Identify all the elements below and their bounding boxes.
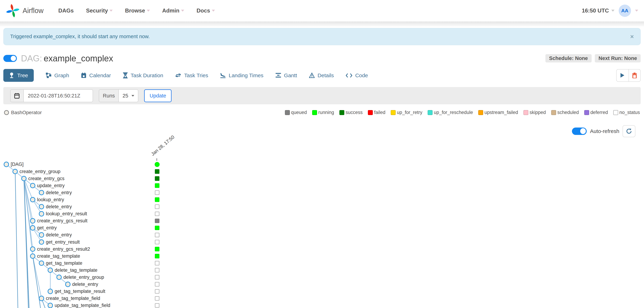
task-node-update_entry[interactable]	[30, 183, 35, 188]
nav-item-security[interactable]: Security	[86, 8, 113, 14]
task-status-running[interactable]	[155, 162, 160, 167]
task-node-get_tag_template[interactable]	[39, 260, 44, 266]
task-node-create_tag_template[interactable]	[30, 253, 35, 259]
nav-item-admin[interactable]: Admin	[162, 8, 184, 14]
legend-status-queued[interactable]: queued	[285, 110, 307, 115]
task-node-delete_tag_template[interactable]	[48, 267, 53, 273]
task-node-lookup_entry_result[interactable]	[39, 211, 44, 216]
nav-item-dags[interactable]: DAGs	[58, 8, 74, 14]
task-node-get_entry_result[interactable]	[39, 239, 44, 245]
legend-status-up_for_reschedule[interactable]: up_for_reschedule	[428, 110, 473, 115]
legend-status-running[interactable]: running	[312, 110, 334, 115]
task-label[interactable]: get_entry_result	[46, 239, 80, 245]
task-node-create_entry_group[interactable]	[12, 169, 18, 174]
task-node-delete_entry_group[interactable]	[56, 274, 62, 280]
legend-status-scheduled[interactable]: scheduled	[551, 110, 579, 115]
task-node-create_entry_gcs_result[interactable]	[30, 218, 35, 223]
tab-code[interactable]: Code	[346, 73, 368, 79]
dag-pause-toggle[interactable]	[3, 55, 17, 62]
task-node-dag[interactable]	[4, 162, 9, 167]
task-label[interactable]: delete_entry_group	[64, 274, 104, 280]
task-node-get_entry[interactable]	[30, 225, 35, 230]
legend-status-up_for_retry[interactable]: up_for_retry	[391, 110, 422, 115]
task-status-running[interactable]	[155, 247, 160, 251]
task-node-delete_entry[interactable]	[39, 204, 44, 209]
task-label[interactable]: create_tag_template	[37, 253, 80, 259]
task-status-no_status[interactable]	[155, 190, 160, 195]
task-node-delete_entry[interactable]	[39, 190, 44, 195]
task-label[interactable]: lookup_entry_result	[46, 211, 87, 216]
task-label[interactable]: get_tag_template_result	[55, 289, 105, 294]
tab-gantt[interactable]: Gantt	[276, 73, 297, 79]
auto-refresh-toggle[interactable]	[572, 128, 587, 135]
update-button[interactable]: Update	[144, 89, 172, 102]
utc-clock[interactable]: 16:50 UTC	[582, 8, 614, 14]
task-status-no_status[interactable]	[155, 289, 160, 294]
task-label[interactable]: delete_entry	[46, 204, 72, 209]
chevron-down-icon[interactable]	[635, 10, 638, 12]
task-label[interactable]: delete_tag_template	[55, 267, 97, 273]
task-node-update_tag_template_field[interactable]	[48, 303, 53, 308]
task-status-success[interactable]	[155, 176, 160, 181]
tab-tree[interactable]: Tree	[3, 69, 34, 82]
task-node-create_tag_template_field[interactable]	[39, 296, 44, 301]
refresh-button[interactable]	[622, 125, 635, 137]
tab-graph[interactable]: Graph	[46, 73, 69, 79]
task-status-running[interactable]	[155, 183, 160, 188]
task-status-no_status[interactable]	[155, 282, 160, 286]
calendar-addon[interactable]	[10, 90, 24, 102]
legend-status-deferred[interactable]: deferred	[584, 110, 608, 115]
legend-status-failed[interactable]: failed	[368, 110, 385, 115]
task-status-no_status[interactable]	[155, 275, 160, 279]
legend-status-skipped[interactable]: skipped	[524, 110, 546, 115]
task-label[interactable]: delete_entry	[46, 190, 72, 195]
task-label[interactable]: get_entry	[37, 225, 57, 231]
task-label[interactable]: create_tag_template_field	[46, 296, 100, 301]
tab-task-tries[interactable]: Task Tries	[175, 73, 208, 79]
task-label[interactable]: create_entry_gcs	[28, 176, 64, 181]
task-label[interactable]: create_entry_group	[20, 169, 60, 174]
task-label[interactable]: create_entry_gcs_result2	[37, 246, 90, 252]
task-status-running[interactable]	[155, 226, 160, 230]
delete-dag-button[interactable]	[628, 70, 640, 82]
nav-item-docs[interactable]: Docs	[196, 8, 215, 14]
tab-task-duration[interactable]: Task Duration	[123, 72, 163, 79]
legend-status-success[interactable]: success	[340, 110, 362, 115]
task-label[interactable]: update_entry	[37, 183, 65, 188]
task-status-no_status[interactable]	[155, 240, 160, 244]
avatar[interactable]: AA	[619, 5, 631, 17]
task-status-no_status[interactable]	[155, 268, 160, 272]
task-status-success[interactable]	[155, 169, 160, 174]
task-node-create_entry_gcs[interactable]	[21, 176, 26, 181]
close-icon[interactable]: ×	[630, 34, 634, 40]
task-label[interactable]: get_tag_template	[46, 260, 82, 266]
task-label[interactable]: delete_entry	[72, 282, 98, 287]
task-node-create_entry_gcs_result2[interactable]	[30, 246, 35, 252]
tab-landing-times[interactable]: Landing Times	[220, 73, 264, 79]
task-status-running[interactable]	[155, 197, 160, 202]
task-node-delete_entry[interactable]	[65, 282, 70, 287]
legend-status-no_status[interactable]: no_status	[613, 110, 640, 115]
num-runs-select[interactable]: 25	[119, 90, 138, 102]
task-status-no_status[interactable]	[155, 204, 160, 209]
legend-status-upstream_failed[interactable]: upstream_failed	[478, 110, 518, 115]
tab-details[interactable]: Details	[309, 73, 334, 79]
task-label[interactable]: update_tag_template_field	[55, 303, 110, 308]
task-label[interactable]: delete_entry	[46, 232, 72, 238]
airflow-brand[interactable]: Airflow	[6, 4, 44, 18]
task-status-running[interactable]	[155, 254, 160, 258]
base-date-input[interactable]	[24, 90, 93, 102]
task-status-no_status[interactable]	[155, 261, 160, 265]
nav-item-browse[interactable]: Browse	[125, 8, 150, 14]
task-node-delete_entry[interactable]	[39, 232, 44, 237]
task-label[interactable]: create_entry_gcs_result	[37, 218, 88, 224]
operator-legend-item[interactable]: BashOperator	[4, 110, 42, 115]
task-status-no_status[interactable]	[155, 303, 160, 308]
tab-calendar[interactable]: Calendar	[81, 73, 111, 79]
task-node-get_tag_template_result[interactable]	[48, 289, 53, 294]
trigger-dag-button[interactable]	[616, 70, 628, 82]
task-status-queued[interactable]	[155, 219, 160, 223]
task-status-no_status[interactable]	[155, 212, 160, 216]
task-label[interactable]: [DAG]	[11, 162, 24, 167]
task-status-no_status[interactable]	[155, 233, 160, 237]
